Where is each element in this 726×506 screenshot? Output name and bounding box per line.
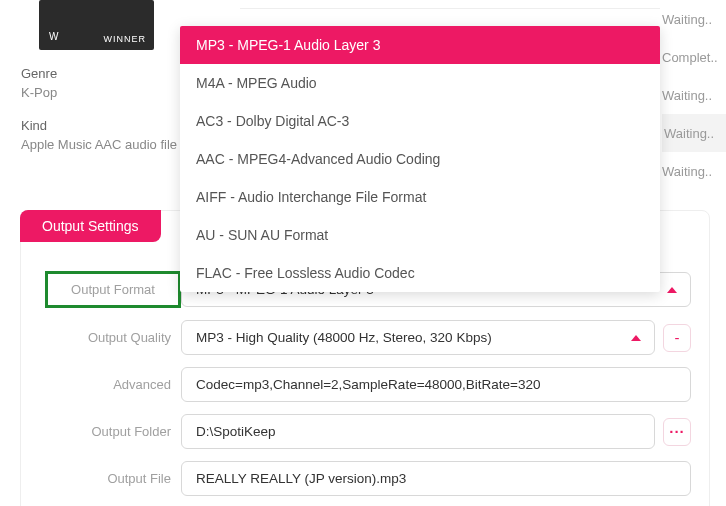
- output-quality-label: Output Quality: [21, 330, 181, 345]
- status-column: Waiting.. Complet.. Waiting.. Waiting.. …: [662, 0, 726, 190]
- output-folder-label: Output Folder: [21, 424, 181, 439]
- status-item: Waiting..: [662, 76, 726, 114]
- status-item: Complet..: [662, 38, 726, 76]
- dropdown-option[interactable]: M4A - MPEG Audio: [180, 64, 660, 102]
- album-art: W WINNER: [39, 0, 154, 50]
- divider: [240, 8, 660, 18]
- output-format-label: Output Format: [45, 271, 181, 308]
- output-quality-select[interactable]: MP3 - High Quality (48000 Hz, Stereo, 32…: [181, 320, 655, 355]
- dropdown-option[interactable]: AIFF - Audio Interchange File Format: [180, 178, 660, 216]
- dropdown-option[interactable]: MP3 - MPEG-1 Audio Layer 3: [180, 26, 660, 64]
- status-item: Waiting..: [662, 152, 726, 190]
- browse-folder-button[interactable]: ···: [663, 418, 691, 446]
- output-file-label: Output File: [21, 471, 181, 486]
- output-format-dropdown: MP3 - MPEG-1 Audio Layer 3 M4A - MPEG Au…: [180, 26, 660, 292]
- output-folder-input[interactable]: [181, 414, 655, 449]
- output-settings-tab[interactable]: Output Settings: [20, 210, 161, 242]
- album-badge: WINNER: [104, 34, 147, 44]
- advanced-input[interactable]: [181, 367, 691, 402]
- caret-up-icon: [631, 335, 641, 341]
- output-file-input[interactable]: [181, 461, 691, 496]
- dropdown-option[interactable]: AC3 - Dolby Digital AC-3: [180, 102, 660, 140]
- status-item: Waiting..: [662, 114, 726, 152]
- dropdown-option[interactable]: AAC - MPEG4-Advanced Audio Coding: [180, 140, 660, 178]
- caret-up-icon: [667, 287, 677, 293]
- advanced-label: Advanced: [21, 377, 181, 392]
- remove-quality-button[interactable]: -: [663, 324, 691, 352]
- dropdown-option[interactable]: FLAC - Free Lossless Audio Codec: [180, 254, 660, 292]
- status-item: Waiting..: [662, 0, 726, 38]
- album-corner: W: [49, 31, 58, 42]
- dropdown-option[interactable]: AU - SUN AU Format: [180, 216, 660, 254]
